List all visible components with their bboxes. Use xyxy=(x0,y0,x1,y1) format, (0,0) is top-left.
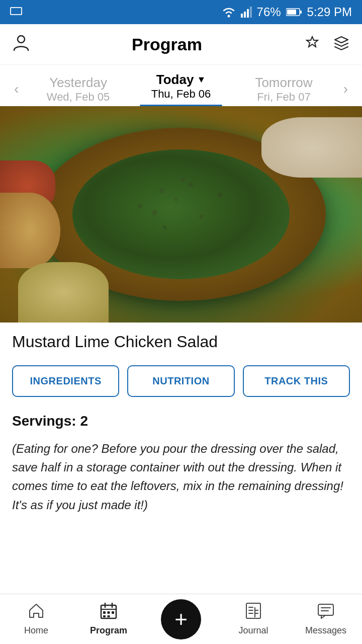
recipe-title: Mustard Lime Chicken Salad xyxy=(12,333,350,351)
svg-rect-5 xyxy=(247,9,249,18)
svg-rect-15 xyxy=(103,611,106,614)
track-this-button[interactable]: TRACK THIS xyxy=(243,365,350,397)
status-thumbnail xyxy=(10,5,22,19)
layers-icon[interactable] xyxy=(333,34,350,55)
food-image xyxy=(0,106,362,323)
svg-rect-6 xyxy=(250,7,252,18)
battery-icon xyxy=(286,8,302,17)
bottom-nav: Home Program + xyxy=(0,594,362,644)
today-sub: Thu, Feb 06 xyxy=(151,88,211,101)
home-label: Home xyxy=(24,625,48,636)
yesterday-sub: Wed, Feb 05 xyxy=(47,91,110,104)
calendar-icon xyxy=(100,602,117,623)
nav-journal[interactable]: Journal xyxy=(217,602,290,636)
svg-rect-27 xyxy=(318,604,333,615)
svg-point-2 xyxy=(227,15,230,18)
profile-icon[interactable] xyxy=(12,33,30,55)
page-title: Program xyxy=(132,35,202,54)
messages-label: Messages xyxy=(305,625,346,636)
nav-messages[interactable]: Messages xyxy=(290,602,362,636)
status-icons: 76% 5:29 PM xyxy=(222,5,352,19)
plus-icon: + xyxy=(174,608,188,630)
tomorrow-date[interactable]: Tomorrow Fri, Feb 07 xyxy=(232,75,335,104)
svg-rect-4 xyxy=(244,12,246,18)
svg-rect-18 xyxy=(103,615,106,617)
svg-rect-20 xyxy=(246,603,260,618)
nav-add[interactable]: + xyxy=(145,599,217,639)
svg-rect-16 xyxy=(108,611,110,614)
recipe-description: (Eating for one? Before you pour the dre… xyxy=(12,439,350,514)
ingredients-button[interactable]: INGREDIENTS xyxy=(12,365,119,397)
today-date[interactable]: Today ▼ Thu, Feb 06 xyxy=(130,72,232,106)
svg-rect-19 xyxy=(108,615,110,617)
servings-label: Servings: 2 xyxy=(12,413,350,429)
date-nav: ‹ Yesterday Wed, Feb 05 Today ▼ Thu, Feb… xyxy=(0,65,362,106)
add-button[interactable]: + xyxy=(161,599,201,639)
nutrition-button[interactable]: NUTRITION xyxy=(127,365,234,397)
svg-rect-17 xyxy=(112,611,114,614)
nav-program[interactable]: Program xyxy=(72,602,145,636)
journal-label: Journal xyxy=(238,625,268,636)
status-bar: 76% 5:29 PM xyxy=(0,0,362,24)
svg-rect-3 xyxy=(241,14,243,18)
home-icon xyxy=(28,602,45,623)
bottom-decoration xyxy=(18,262,109,323)
header: Program xyxy=(0,24,362,65)
yesterday-label: Yesterday xyxy=(49,75,107,91)
food-photo xyxy=(0,106,362,323)
yesterday-date[interactable]: Yesterday Wed, Feb 05 xyxy=(27,75,129,104)
messages-icon xyxy=(317,602,334,623)
today-label: Today ▼ xyxy=(156,72,206,88)
left-bowl-decoration xyxy=(0,193,60,268)
nav-home[interactable]: Home xyxy=(0,602,72,636)
signal-icon xyxy=(241,7,252,18)
dropdown-arrow: ▼ xyxy=(197,74,206,85)
svg-rect-8 xyxy=(287,10,296,15)
tomorrow-sub: Fri, Feb 07 xyxy=(257,91,310,104)
wifi-icon xyxy=(222,7,236,18)
battery-percent: 76% xyxy=(257,5,281,19)
svg-point-10 xyxy=(18,36,25,43)
journal-icon xyxy=(245,602,262,623)
svg-rect-9 xyxy=(300,11,302,14)
favorite-icon[interactable] xyxy=(304,34,321,55)
program-label: Program xyxy=(90,625,127,636)
tomorrow-label: Tomorrow xyxy=(255,75,312,91)
next-arrow[interactable]: › xyxy=(335,77,356,101)
action-buttons: INGREDIENTS NUTRITION TRACK THIS xyxy=(12,365,350,397)
time-display: 5:29 PM xyxy=(307,5,352,19)
prev-arrow[interactable]: ‹ xyxy=(6,77,27,101)
svg-rect-1 xyxy=(11,8,21,14)
right-plate-decoration xyxy=(261,117,362,178)
content-area: Mustard Lime Chicken Salad INGREDIENTS N… xyxy=(0,323,362,524)
